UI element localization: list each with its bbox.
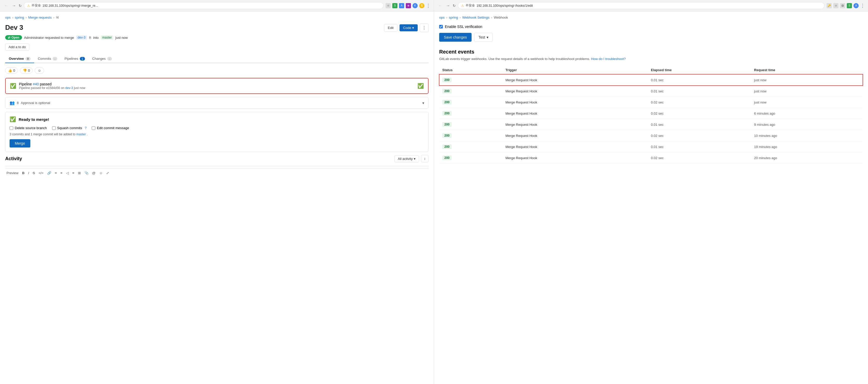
delete-source-option[interactable]: Delete source branch: [9, 126, 47, 130]
nav-forward-left[interactable]: →: [11, 3, 17, 8]
ssl-checkbox[interactable]: [439, 25, 443, 29]
thumbs-up-icon: 👍: [8, 69, 12, 72]
thumbs-down-button[interactable]: 👎 0: [20, 67, 33, 74]
merge-button[interactable]: Merge: [9, 139, 30, 147]
ext-green-right[interactable]: S: [847, 3, 852, 8]
squash-commits-option[interactable]: Squash commits ?: [52, 126, 87, 130]
merge-note-text: 3 commits and 1 merge commit will be add…: [9, 133, 76, 136]
edit-commit-option[interactable]: Edit commit message: [92, 126, 129, 130]
indent-button[interactable]: ≡: [71, 171, 76, 175]
delete-source-checkbox[interactable]: [9, 126, 13, 130]
squash-commits-checkbox[interactable]: [52, 126, 56, 130]
event-elapsed: 0.01 sec: [648, 74, 751, 85]
ext-avatar-right[interactable]: A: [854, 3, 859, 8]
event-status: 200: [439, 141, 502, 152]
merge-target-branch-link[interactable]: master: [76, 133, 86, 136]
code-button[interactable]: Code ▾: [400, 24, 418, 31]
tab-overview[interactable]: Overview 0: [5, 55, 34, 63]
ext-puzzle-icon[interactable]: ⊕: [406, 3, 411, 8]
tab-commits[interactable]: Commits -: [34, 55, 61, 63]
ext-avatar-icon[interactable]: K: [412, 3, 418, 8]
strike-button[interactable]: S: [31, 171, 36, 175]
outdent-button[interactable]: ◁: [65, 171, 70, 175]
bullet-list-button[interactable]: ≡: [54, 171, 58, 175]
squash-help-icon[interactable]: ?: [85, 126, 87, 130]
event-time: just now: [751, 74, 863, 85]
italic-button[interactable]: I: [27, 171, 31, 175]
preview-button[interactable]: Preview: [5, 171, 20, 175]
mr-header: Dev 3 Edit Code ▾ ⋮: [5, 24, 429, 32]
event-row: 200 Merge Request Hook 0.01 sec just now: [439, 74, 863, 85]
merge-note-period: .: [87, 133, 87, 136]
link-button[interactable]: 🔗: [46, 171, 53, 175]
col-status: Status: [439, 66, 502, 74]
breadcrumb-right-webhook-settings[interactable]: Webhook Settings: [462, 15, 490, 20]
breadcrumb-right-ops[interactable]: ops: [439, 15, 445, 20]
mention-button[interactable]: @: [91, 171, 97, 175]
event-trigger: Merge Request Hook: [502, 130, 648, 141]
nav-back-right[interactable]: ←: [437, 3, 443, 8]
event-elapsed: 0.02 sec: [648, 97, 751, 108]
event-time: just now: [751, 97, 863, 108]
ext-green-icon[interactable]: S: [392, 3, 398, 8]
ext-lock-icon-right[interactable]: 🔑: [827, 3, 832, 8]
breadcrumb-merge-requests[interactable]: Merge requests: [28, 15, 52, 20]
breadcrumb-right-spring[interactable]: spring: [449, 15, 458, 20]
save-changes-button[interactable]: Save changes: [439, 33, 471, 42]
code-inline-button[interactable]: </>: [37, 171, 45, 175]
reload-right[interactable]: ↻: [453, 4, 456, 8]
pipeline-card: ✅ Pipeline #40 passed Pipeline passed fo…: [5, 78, 429, 94]
ext-bookmark-right[interactable]: ☆: [833, 3, 838, 8]
edit-button[interactable]: Edit: [384, 24, 398, 32]
reload-left[interactable]: ↻: [19, 4, 22, 8]
add-todo-row: Add a to do: [5, 43, 429, 50]
tab-overview-label: Overview: [9, 57, 24, 61]
emoji-picker-button[interactable]: ☺: [98, 171, 104, 175]
event-elapsed: 0.02 sec: [648, 108, 751, 119]
table-button[interactable]: ⊞: [77, 171, 82, 175]
activity-filter-button[interactable]: All activity ▾: [394, 155, 419, 162]
bold-button[interactable]: B: [21, 171, 26, 175]
edit-commit-checkbox[interactable]: [92, 126, 95, 130]
pipeline-id-link[interactable]: #40: [33, 82, 39, 86]
thumbs-up-button[interactable]: 👍 0: [5, 67, 18, 74]
ordered-list-button[interactable]: ≡: [59, 171, 64, 175]
tab-overview-count: 0: [25, 57, 31, 61]
fullscreen-button[interactable]: ⤢: [105, 171, 111, 175]
source-branch-link[interactable]: dev-3: [76, 35, 87, 40]
ext-blue-icon[interactable]: A: [399, 3, 404, 8]
pipeline-branch-link[interactable]: dev-3: [65, 86, 73, 90]
browser-menu-right[interactable]: ⋮: [860, 3, 865, 8]
ext-bookmark-icon[interactable]: ☆: [385, 3, 391, 8]
tab-changes[interactable]: Changes -: [89, 55, 116, 63]
troubleshoot-link[interactable]: How do I troubleshoot?: [591, 57, 626, 61]
tab-changes-count: -: [107, 57, 112, 61]
pipeline-sub-text: Pipeline passed for: [19, 86, 46, 90]
add-todo-button[interactable]: Add a to do: [5, 43, 29, 50]
breadcrumb-ops[interactable]: ops: [5, 15, 11, 20]
event-row: 200 Merge Request Hook 0.02 sec 10 minut…: [439, 130, 863, 141]
attach-button[interactable]: 📎: [83, 171, 90, 175]
event-status: 200: [439, 97, 502, 108]
breadcrumb-spring[interactable]: spring: [15, 15, 24, 20]
test-button[interactable]: Test ▾: [474, 33, 493, 42]
ext-save-right[interactable]: ⊡: [840, 3, 845, 8]
copy-icon: ⎘: [89, 36, 91, 40]
tab-pipelines[interactable]: Pipelines 1: [61, 55, 89, 63]
tab-commits-label: Commits: [38, 57, 51, 61]
nav-forward-right[interactable]: →: [445, 3, 451, 8]
target-branch-link[interactable]: master: [101, 35, 114, 40]
event-trigger: Merge Request Hook: [502, 97, 648, 108]
security-warning-right: ⚠: [461, 4, 464, 7]
emoji-icon: ☺: [37, 69, 41, 72]
browser-menu-left[interactable]: ⋮: [426, 3, 431, 8]
nav-back-left[interactable]: ←: [3, 3, 9, 8]
approval-card[interactable]: 👥 8 Approval is optional ▾: [5, 97, 429, 109]
more-button[interactable]: ⋮: [420, 24, 429, 32]
emoji-button[interactable]: ☺: [35, 67, 44, 74]
url-bar-right[interactable]: ⚠ 不安全 192.168.31.100/ops/spring/-/hooks/…: [458, 2, 825, 9]
thumbs-down-icon: 👎: [23, 69, 27, 72]
url-bar-left[interactable]: ⚠ 不安全 192.168.31.100/ops/spring/-/merge_…: [24, 2, 383, 9]
activity-sort-button[interactable]: ↕: [421, 155, 429, 162]
merge-ready-icon: ✅: [9, 116, 16, 123]
